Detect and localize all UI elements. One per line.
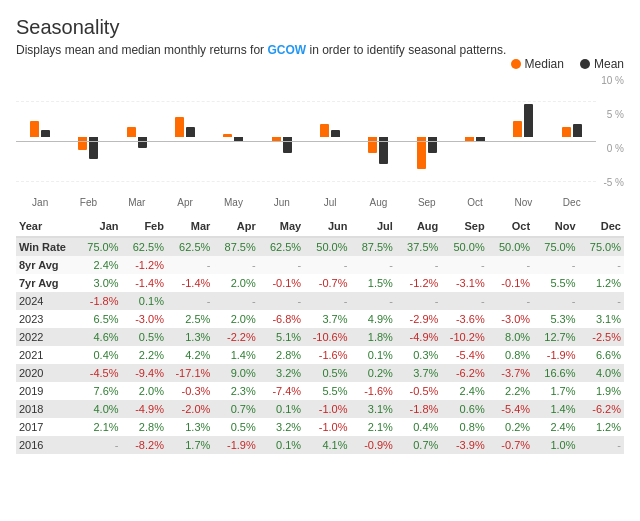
table-cell: 2.4% bbox=[441, 382, 487, 400]
x-label-aug: Aug bbox=[355, 197, 401, 208]
x-axis: JanFebMarAprMayJunJulAugSepOctNovDec bbox=[16, 197, 596, 208]
table-cell: 4.0% bbox=[579, 364, 625, 382]
table-cell: 62.5% bbox=[122, 237, 167, 256]
table-cell: -1.8% bbox=[76, 292, 121, 310]
table-cell: 2.2% bbox=[122, 346, 167, 364]
month-col-sep bbox=[404, 71, 450, 191]
table-cell: -3.9% bbox=[441, 436, 487, 454]
table-cell: -4.9% bbox=[122, 400, 167, 418]
col-header-mar: Mar bbox=[167, 216, 213, 237]
table-cell: - bbox=[213, 292, 258, 310]
table-row: 7yr Avg3.0%-1.4%-1.4%2.0%-0.1%-0.7%1.5%-… bbox=[16, 274, 624, 292]
table-cell: -0.9% bbox=[351, 436, 396, 454]
table-cell: 0.1% bbox=[259, 400, 304, 418]
table-cell: - bbox=[396, 256, 441, 274]
x-label-sep: Sep bbox=[404, 197, 450, 208]
table-cell: -2.9% bbox=[396, 310, 441, 328]
legend-mean: Mean bbox=[580, 57, 624, 71]
table-cell: -0.1% bbox=[259, 274, 304, 292]
table-cell: -2.2% bbox=[213, 328, 258, 346]
x-label-jan: Jan bbox=[17, 197, 63, 208]
table-cell: - bbox=[396, 292, 441, 310]
table-cell: 5.5% bbox=[304, 382, 350, 400]
month-col-jul bbox=[307, 71, 353, 191]
cell-year: 2020 bbox=[16, 364, 76, 382]
x-label-dec: Dec bbox=[549, 197, 595, 208]
table-cell: -0.3% bbox=[167, 382, 213, 400]
table-cell: 1.3% bbox=[167, 418, 213, 436]
table-cell: -0.7% bbox=[304, 274, 350, 292]
x-label-feb: Feb bbox=[65, 197, 111, 208]
table-cell: 0.8% bbox=[441, 418, 487, 436]
table-cell: 1.8% bbox=[351, 328, 396, 346]
table-cell: -2.0% bbox=[167, 400, 213, 418]
mean-icon bbox=[580, 59, 590, 69]
table-cell: 0.6% bbox=[441, 400, 487, 418]
x-label-mar: Mar bbox=[114, 197, 160, 208]
table-cell: 2.0% bbox=[213, 310, 258, 328]
col-header-oct: Oct bbox=[488, 216, 533, 237]
table-cell: 4.9% bbox=[351, 310, 396, 328]
table-cell: 1.2% bbox=[579, 274, 625, 292]
table-cell: 0.3% bbox=[396, 346, 441, 364]
table-cell: - bbox=[533, 292, 578, 310]
table-cell: 2.8% bbox=[259, 346, 304, 364]
table-row: 2020-4.5%-9.4%-17.1%9.0%3.2%0.5%0.2%3.7%… bbox=[16, 364, 624, 382]
table-cell: 8.0% bbox=[488, 328, 533, 346]
table-cell: - bbox=[441, 292, 487, 310]
cell-year: 2024 bbox=[16, 292, 76, 310]
table-cell: 1.5% bbox=[351, 274, 396, 292]
table-cell: -1.4% bbox=[167, 274, 213, 292]
table-cell: -5.4% bbox=[441, 346, 487, 364]
table-cell: - bbox=[533, 256, 578, 274]
table-cell: - bbox=[259, 292, 304, 310]
page-title: Seasonality bbox=[16, 16, 624, 39]
table-cell: - bbox=[351, 256, 396, 274]
table-cell: -5.4% bbox=[488, 400, 533, 418]
table-cell: 3.2% bbox=[259, 418, 304, 436]
table-cell: - bbox=[488, 256, 533, 274]
col-header-aug: Aug bbox=[396, 216, 441, 237]
table-cell: 5.3% bbox=[533, 310, 578, 328]
table-row: 2016--8.2%1.7%-1.9%0.1%4.1%-0.9%0.7%-3.9… bbox=[16, 436, 624, 454]
table-cell: 2.2% bbox=[488, 382, 533, 400]
table-cell: 0.8% bbox=[488, 346, 533, 364]
table-cell: 4.6% bbox=[76, 328, 121, 346]
table-cell: 50.0% bbox=[441, 237, 487, 256]
table-cell: -1.4% bbox=[122, 274, 167, 292]
table-cell: 2.4% bbox=[76, 256, 121, 274]
table-cell: 50.0% bbox=[304, 237, 350, 256]
cell-year: 8yr Avg bbox=[16, 256, 76, 274]
table-cell: - bbox=[76, 436, 121, 454]
table-cell: -10.6% bbox=[304, 328, 350, 346]
cell-year: 2018 bbox=[16, 400, 76, 418]
x-label-nov: Nov bbox=[500, 197, 546, 208]
table-row: 20236.5%-3.0%2.5%2.0%-6.8%3.7%4.9%-2.9%-… bbox=[16, 310, 624, 328]
table-cell: 4.1% bbox=[304, 436, 350, 454]
table-row: Win Rate75.0%62.5%62.5%87.5%62.5%50.0%87… bbox=[16, 237, 624, 256]
table-cell: 3.0% bbox=[76, 274, 121, 292]
seasonality-chart: 10 % 5 % 0 % -5 % JanFebMarAprMayJunJulA… bbox=[16, 75, 624, 208]
table-cell: 0.2% bbox=[488, 418, 533, 436]
col-header-jul: Jul bbox=[351, 216, 396, 237]
col-header-dec: Dec bbox=[579, 216, 625, 237]
table-cell: -1.0% bbox=[304, 400, 350, 418]
col-header-nov: Nov bbox=[533, 216, 578, 237]
table-cell: 16.6% bbox=[533, 364, 578, 382]
month-col-aug bbox=[355, 71, 401, 191]
table-row: 20197.6%2.0%-0.3%2.3%-7.4%5.5%-1.6%-0.5%… bbox=[16, 382, 624, 400]
table-cell: -1.9% bbox=[533, 346, 578, 364]
table-cell: -1.2% bbox=[396, 274, 441, 292]
table-cell: 7.6% bbox=[76, 382, 121, 400]
table-cell: 0.4% bbox=[396, 418, 441, 436]
table-cell: 12.7% bbox=[533, 328, 578, 346]
x-label-jul: Jul bbox=[307, 197, 353, 208]
legend-mean-label: Mean bbox=[594, 57, 624, 71]
table-cell: - bbox=[304, 292, 350, 310]
table-cell: -6.8% bbox=[259, 310, 304, 328]
table-cell: 1.3% bbox=[167, 328, 213, 346]
x-label-may: May bbox=[210, 197, 256, 208]
ticker-symbol: GCOW bbox=[267, 43, 306, 57]
table-cell: 0.5% bbox=[122, 328, 167, 346]
table-cell: 62.5% bbox=[259, 237, 304, 256]
